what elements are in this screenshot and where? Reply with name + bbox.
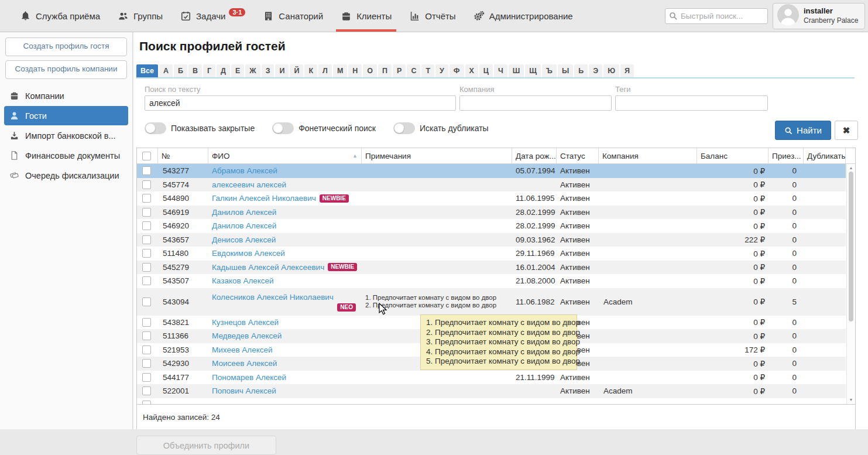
alphabet-chip-И[interactable]: И bbox=[275, 64, 289, 77]
alphabet-chip-К[interactable]: К bbox=[304, 64, 317, 77]
scroll-up-arrow[interactable]: ▲ bbox=[847, 165, 855, 171]
guest-name-link[interactable]: Михеев Алексей bbox=[212, 345, 273, 354]
table-row[interactable]: 543657Денисов Алексей09.03.1962Активен22… bbox=[137, 233, 846, 247]
guest-name-link[interactable]: Кадышев Алексей Алексеевич bbox=[212, 263, 324, 272]
row-checkbox[interactable] bbox=[142, 373, 151, 382]
row-checkbox[interactable] bbox=[142, 180, 151, 189]
row-checkbox[interactable] bbox=[142, 359, 151, 368]
clear-search-button[interactable]: ✖ bbox=[835, 121, 858, 140]
merge-profiles-button[interactable]: Объединить профили bbox=[136, 436, 276, 455]
toggle-switch[interactable] bbox=[145, 122, 166, 134]
sidebar-item-guests[interactable]: Гости bbox=[4, 106, 128, 125]
row-checkbox[interactable] bbox=[142, 263, 151, 272]
row-checkbox[interactable] bbox=[142, 166, 151, 175]
column-header-1[interactable]: № bbox=[158, 148, 208, 163]
table-row-partial[interactable] bbox=[137, 398, 846, 405]
scrollbar-thumb[interactable] bbox=[849, 172, 853, 321]
column-header-2[interactable]: ФИО▲ bbox=[208, 148, 362, 163]
alphabet-chip-Щ[interactable]: Щ bbox=[525, 64, 541, 77]
company-input[interactable] bbox=[459, 95, 612, 111]
guest-name-link[interactable]: Медведев Алексей bbox=[212, 331, 282, 340]
alphabet-chip-Л[interactable]: Л bbox=[318, 64, 332, 77]
table-row[interactable]: 544177Пономарев Алексей21.11.1999Активен… bbox=[137, 371, 846, 385]
column-header-7[interactable]: Баланс bbox=[697, 148, 768, 163]
column-header-5[interactable]: Статус bbox=[557, 148, 599, 163]
select-all-checkbox[interactable] bbox=[142, 152, 151, 160]
guest-name-link[interactable]: алексеевич алексей bbox=[212, 180, 286, 189]
alphabet-chip-С[interactable]: С bbox=[407, 64, 420, 77]
table-row[interactable]: 543507Казаков Алексей21.08.2000Активен0 … bbox=[137, 274, 846, 288]
alphabet-chip-М[interactable]: М bbox=[333, 64, 347, 77]
alphabet-chip-О[interactable]: О bbox=[363, 64, 377, 77]
alphabet-chip-Ы[interactable]: Ы bbox=[558, 64, 573, 77]
table-row[interactable]: 544890Галкин Алексей НиколаевичNEWBIE11.… bbox=[137, 191, 846, 206]
alphabet-chip-Я[interactable]: Я bbox=[620, 64, 634, 77]
table-row[interactable]: 545774алексеевич алексейАктивен0 ₽0 bbox=[137, 178, 846, 192]
guest-name-link[interactable]: Данилов Алексей bbox=[212, 221, 276, 230]
sidebar-item-fiscalization-queue[interactable]: Очередь фискализации bbox=[4, 166, 128, 185]
row-checkbox[interactable] bbox=[142, 386, 151, 395]
alphabet-chip-У[interactable]: У bbox=[435, 64, 448, 77]
alphabet-chip-Е[interactable]: Е bbox=[231, 64, 244, 77]
alphabet-chip-Б[interactable]: Б bbox=[174, 64, 187, 77]
table-row[interactable]: 545279Кадышев Алексей АлексеевичNEWBIE16… bbox=[137, 261, 846, 275]
create-guest-profile-button[interactable]: Создать профиль гостя bbox=[5, 37, 127, 56]
guest-name-link[interactable]: Моисеев Алексей bbox=[212, 359, 277, 368]
sidebar-item-companies[interactable]: Компании bbox=[4, 86, 128, 105]
toggle-switch[interactable] bbox=[393, 122, 415, 134]
alphabet-chip-Ь[interactable]: Ь bbox=[574, 64, 588, 77]
table-row[interactable]: 543094Колесников Алексей НиколаевичNEO1.… bbox=[137, 288, 846, 316]
row-checkbox[interactable] bbox=[142, 194, 151, 203]
row-checkbox[interactable] bbox=[142, 331, 151, 340]
row-checkbox[interactable] bbox=[142, 221, 151, 230]
tags-input[interactable] bbox=[615, 95, 768, 111]
row-checkbox[interactable] bbox=[142, 235, 151, 244]
text-search-input[interactable] bbox=[145, 95, 456, 111]
alphabet-chip-Й[interactable]: Й bbox=[290, 64, 303, 77]
table-row[interactable]: 546920Данилов Алексей28.02.1999Активен0 … bbox=[137, 219, 846, 233]
alphabet-chip-Ф[interactable]: Ф bbox=[450, 64, 464, 77]
alphabet-chip-Н[interactable]: Н bbox=[348, 64, 362, 77]
nav-item-administration[interactable]: Администрирование bbox=[474, 0, 573, 32]
row-checkbox[interactable] bbox=[142, 401, 151, 404]
nav-item-reception[interactable]: Служба приёма bbox=[20, 0, 100, 32]
vertical-scrollbar[interactable]: ▲ ▼ bbox=[846, 164, 855, 404]
alphabet-chip-Г[interactable]: Г bbox=[203, 64, 215, 77]
guest-name-link[interactable]: Пономарев Алексей bbox=[212, 373, 286, 382]
column-header-3[interactable]: Примечания bbox=[362, 148, 512, 163]
row-checkbox[interactable] bbox=[142, 297, 151, 306]
sidebar-item-bank-import[interactable]: Импорт банковской в... bbox=[4, 126, 128, 145]
nav-item-groups[interactable]: Группы bbox=[118, 0, 163, 32]
row-checkbox[interactable] bbox=[142, 318, 151, 327]
guest-name-link[interactable]: Галкин Алексей Николаевич bbox=[212, 194, 316, 203]
guest-name-link[interactable]: Колесников Алексей Николаевич bbox=[212, 293, 334, 302]
alphabet-chip-Ъ[interactable]: Ъ bbox=[542, 64, 557, 77]
column-header-9[interactable]: Дубликаты bbox=[804, 148, 846, 163]
find-button[interactable]: Найти bbox=[775, 121, 831, 140]
row-checkbox[interactable] bbox=[142, 208, 151, 217]
alphabet-chip-Все[interactable]: Все bbox=[136, 64, 158, 77]
table-row[interactable]: 543277Абрамов Алексей05.07.1994Активен0 … bbox=[137, 164, 846, 178]
nav-item-reports[interactable]: Отчёты bbox=[409, 0, 455, 32]
row-checkbox[interactable] bbox=[142, 276, 151, 285]
alphabet-chip-Ю[interactable]: Ю bbox=[603, 64, 619, 77]
user-menu[interactable]: installer Cranberry Palace bbox=[773, 3, 865, 29]
alphabet-chip-Ц[interactable]: Ц bbox=[479, 64, 493, 77]
alphabet-chip-Ч[interactable]: Ч bbox=[494, 64, 507, 77]
guest-name-link[interactable]: Казаков Алексей bbox=[212, 276, 274, 285]
table-row[interactable]: 546919Данилов Алексей28.02.1999Активен0 … bbox=[137, 206, 846, 220]
alphabet-chip-П[interactable]: П bbox=[378, 64, 392, 77]
alphabet-chip-Э[interactable]: Э bbox=[589, 64, 602, 77]
guest-name-link[interactable]: Евдокимов Алексей bbox=[212, 249, 285, 258]
alphabet-chip-Ш[interactable]: Ш bbox=[509, 64, 524, 77]
row-checkbox[interactable] bbox=[142, 345, 151, 354]
guest-name-link[interactable]: Кузнецов Алексей bbox=[212, 318, 279, 327]
quick-search-input[interactable] bbox=[665, 8, 768, 24]
column-header-6[interactable]: Компания bbox=[599, 148, 697, 163]
nav-item-clients[interactable]: Клиенты bbox=[341, 0, 392, 32]
toggle-switch[interactable] bbox=[272, 122, 294, 134]
alphabet-chip-Т[interactable]: Т bbox=[421, 64, 434, 77]
alphabet-chip-В[interactable]: В bbox=[188, 64, 202, 77]
alphabet-chip-Р[interactable]: Р bbox=[393, 64, 406, 77]
table-row[interactable]: 511480Евдокимов Алексей29.11.1969Активен… bbox=[137, 247, 846, 261]
